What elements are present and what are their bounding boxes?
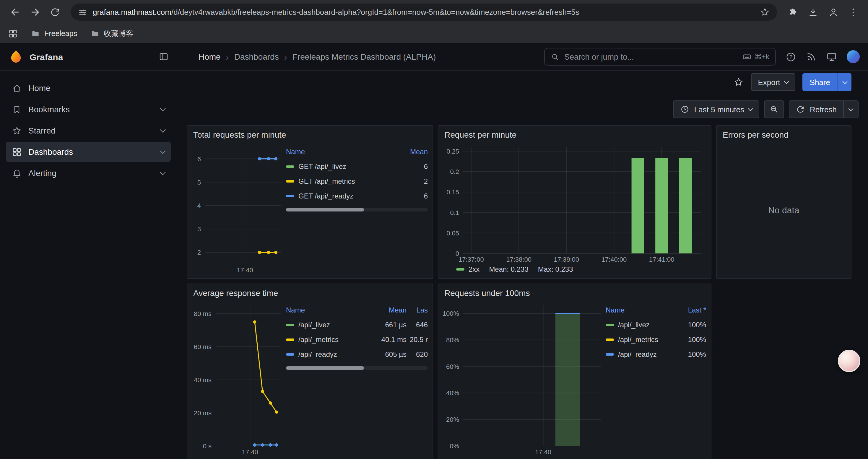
series-swatch <box>286 353 294 355</box>
chevron-down-icon[interactable] <box>160 169 166 175</box>
scrollbar-thumb[interactable] <box>286 208 364 211</box>
news-rss-icon[interactable] <box>806 52 816 62</box>
panel-title[interactable]: Requests under 100ms <box>438 284 711 299</box>
back-icon[interactable] <box>6 3 24 21</box>
bookmark-icon <box>12 104 22 114</box>
apps-grid-icon[interactable] <box>8 29 18 38</box>
panel-title[interactable]: Total requests per minute <box>187 126 433 141</box>
search-icon <box>551 52 560 61</box>
legend-row[interactable]: GET /api/_livez 6 <box>286 159 428 174</box>
legend-header-name[interactable]: Name <box>286 148 394 156</box>
search-shortcut: ⌘+k <box>742 52 769 61</box>
legend-header-name[interactable]: Name <box>606 306 672 314</box>
scrollbar-thumb[interactable] <box>286 366 364 370</box>
legend-table: Name Last * /api/_livez 100% /api/_metri… <box>606 301 706 457</box>
browser-menu-icon[interactable]: ⋮ <box>844 3 862 21</box>
series-swatch <box>286 165 294 167</box>
sidebar-toggle-icon[interactable] <box>158 52 169 62</box>
total-requests-chart[interactable]: 6543217:40 <box>192 142 286 275</box>
search-input[interactable]: Search or jump to... ⌘+k <box>544 48 776 66</box>
average-response-time-chart[interactable]: 80 ms60 ms40 ms20 ms0 s17:40 <box>192 301 286 457</box>
series-swatch <box>606 323 614 326</box>
legend-row[interactable]: /api/_readyz 605 µs 620 <box>286 347 428 362</box>
legend-scrollbar[interactable] <box>286 366 428 370</box>
dashboard-canvas: Last 5 minutes Refresh <box>177 93 868 459</box>
legend-row[interactable]: /api/_livez 661 µs 646 <box>286 317 428 332</box>
svg-text:0.1: 0.1 <box>450 209 459 217</box>
svg-text:17:40:00: 17:40:00 <box>601 256 627 263</box>
svg-text:17:40: 17:40 <box>237 266 253 274</box>
bookmark-folder-freeleaps[interactable]: Freeleaps <box>31 29 77 38</box>
sidebar-item-alerting[interactable]: Alerting <box>6 163 171 183</box>
bookmark-star-icon[interactable] <box>760 7 770 17</box>
legend-header-name[interactable]: Name <box>286 306 372 314</box>
no-data-message: No data <box>717 141 851 278</box>
svg-text:17:41:00: 17:41:00 <box>649 256 675 263</box>
clock-icon <box>680 104 689 114</box>
svg-text:80%: 80% <box>446 336 459 344</box>
breadcrumb-dashboards[interactable]: Dashboards <box>234 52 279 61</box>
sidebar-item-bookmarks[interactable]: Bookmarks <box>6 99 171 119</box>
request-per-minute-chart[interactable]: 0.250.20.150.10.05017:37:0017:38:0017:39… <box>443 142 706 264</box>
url-bar[interactable]: grafana.mathmast.com/d/deytv4rwavabkb/fr… <box>71 4 777 21</box>
panel-title[interactable]: Errors per second <box>717 126 851 141</box>
favorite-star-icon[interactable] <box>733 77 744 88</box>
legend-mean: Mean: 0.233 <box>489 265 528 273</box>
refresh-interval-button[interactable] <box>844 100 859 118</box>
svg-text:40 ms: 40 ms <box>194 376 212 384</box>
svg-text:17:38:00: 17:38:00 <box>506 256 531 263</box>
grafana-logo[interactable] <box>8 49 24 64</box>
folder-icon <box>31 29 40 38</box>
share-menu-button[interactable] <box>837 73 851 91</box>
reload-icon[interactable] <box>46 3 64 21</box>
site-settings-icon[interactable] <box>78 7 88 17</box>
zoom-out-button[interactable] <box>764 100 784 118</box>
svg-text:17:37:00: 17:37:00 <box>459 256 484 263</box>
chevron-down-icon[interactable] <box>160 105 166 111</box>
forward-icon[interactable] <box>26 3 44 21</box>
svg-text:2: 2 <box>197 249 201 256</box>
series-swatch <box>286 180 294 182</box>
search-placeholder: Search or jump to... <box>564 52 737 61</box>
legend-row[interactable]: /api/_livez 100% <box>606 317 706 332</box>
svg-text:0.15: 0.15 <box>446 189 459 196</box>
legend-row[interactable]: /api/_metrics 100% <box>606 332 706 347</box>
legend-header-mean[interactable]: Mean <box>394 148 428 156</box>
legend-row[interactable]: GET /api/_metrics 2 <box>286 174 428 189</box>
help-icon[interactable] <box>785 51 797 62</box>
share-button[interactable]: Share <box>803 73 851 91</box>
legend-header-last[interactable]: Las <box>406 306 428 314</box>
legend-header-last[interactable]: Last * <box>672 306 706 314</box>
chevron-down-icon[interactable] <box>160 148 166 154</box>
panel-title[interactable]: Request per minute <box>438 126 711 141</box>
svg-text:0.25: 0.25 <box>446 148 459 155</box>
browser-profile-icon[interactable] <box>824 3 842 21</box>
grafana-top-nav: Grafana Home › Dashboards › Freeleaps Me… <box>0 43 868 71</box>
bookmark-folder-blogs[interactable]: 收藏博客 <box>90 29 133 39</box>
legend-header-mean[interactable]: Mean <box>372 306 406 314</box>
export-button[interactable]: Export <box>751 73 795 91</box>
sidebar-item-home[interactable]: Home <box>6 78 171 98</box>
panel-title[interactable]: Average response time <box>187 284 433 299</box>
legend-row[interactable]: /api/_readyz 100% <box>606 347 706 362</box>
time-range-picker[interactable]: Last 5 minutes <box>673 100 760 118</box>
breadcrumb-home[interactable]: Home <box>198 52 221 61</box>
downloads-icon[interactable] <box>804 3 822 21</box>
assistant-avatar[interactable] <box>838 350 860 372</box>
keyboard-icon <box>742 52 752 61</box>
requests-under-100ms-chart[interactable]: 100%80%60%40%20%0%17:40 <box>443 301 606 457</box>
legend-row[interactable]: GET /api/_readyz 6 <box>286 189 428 203</box>
refresh-button[interactable]: Refresh <box>789 100 844 118</box>
user-avatar[interactable] <box>847 50 860 63</box>
legend-scrollbar[interactable] <box>286 208 428 211</box>
refresh-icon <box>796 105 805 114</box>
chevron-down-icon[interactable] <box>160 126 166 132</box>
legend-row[interactable]: /api/_metrics 40.1 ms 20.5 r <box>286 332 428 347</box>
sidebar-item-dashboards[interactable]: Dashboards <box>6 142 171 162</box>
kiosk-monitor-icon[interactable] <box>826 51 837 62</box>
extensions-icon[interactable] <box>784 3 802 21</box>
bell-icon <box>12 168 22 178</box>
legend-item-2xx[interactable]: 2xx <box>456 265 479 273</box>
svg-text:5: 5 <box>197 179 201 186</box>
sidebar-item-starred[interactable]: Starred <box>6 121 171 140</box>
